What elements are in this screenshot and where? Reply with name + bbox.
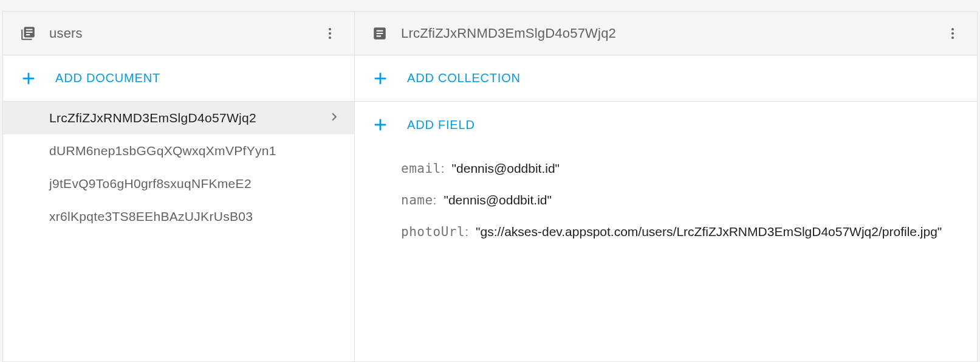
collection-header: users: [3, 12, 354, 55]
document-id: j9tEvQ9To6gH0grf8sxuqNFKmeE2: [49, 176, 342, 191]
document-menu-button[interactable]: [941, 21, 965, 46]
add-collection-label: ADD COLLECTION: [407, 71, 521, 85]
svg-point-1: [329, 32, 331, 35]
add-field-label: ADD FIELD: [407, 118, 475, 132]
plus-icon: [372, 70, 389, 87]
chevron-right-icon: [326, 109, 342, 128]
document-title: LrcZfiZJxRNMD3EmSlgD4o57Wjq2: [401, 26, 941, 41]
field-row[interactable]: name:"dennis@oddbit.id": [355, 184, 977, 216]
svg-point-6: [951, 32, 954, 35]
document-id: LrcZfiZJxRNMD3EmSlgD4o57Wjq2: [49, 111, 326, 125]
add-field-button[interactable]: ADD FIELD: [355, 102, 977, 148]
field-row[interactable]: photoUrl:"gs://akses-dev.appspot.com/use…: [355, 216, 977, 248]
svg-point-7: [951, 37, 954, 39]
svg-point-5: [951, 28, 954, 30]
plus-icon: [20, 70, 37, 87]
add-document-label: ADD DOCUMENT: [55, 71, 160, 85]
field-key: photoUrl: [401, 225, 465, 239]
collection-title: users: [49, 26, 318, 41]
document-list-item[interactable]: j9tEvQ9To6gH0grf8sxuqNFKmeE2: [3, 167, 354, 200]
field-value: "gs://akses-dev.appspot.com/users/LrcZfi…: [476, 225, 962, 239]
field-colon: :: [441, 161, 445, 176]
more-vert-icon: [945, 26, 960, 41]
plus-icon: [372, 116, 389, 133]
field-colon: :: [433, 193, 437, 207]
document-icon: [372, 26, 388, 41]
collection-menu-button[interactable]: [318, 21, 342, 46]
document-list-item[interactable]: LrcZfiZJxRNMD3EmSlgD4o57Wjq2: [3, 102, 354, 134]
svg-point-2: [329, 37, 331, 39]
collection-icon: [20, 26, 36, 41]
document-id: dURM6nep1sbGGqXQwxqXmVPfYyn1: [49, 144, 342, 158]
add-collection-button[interactable]: ADD COLLECTION: [355, 55, 977, 102]
field-key: name: [401, 193, 433, 207]
document-list-item[interactable]: xr6lKpqte3TS8EEhBAzUJKrUsB03: [3, 200, 354, 233]
firestore-data-viewer: users ADD DOCUMENT LrcZfiZJxRNMD3EmSlgD4…: [0, 0, 980, 362]
field-row[interactable]: email:"dennis@oddbit.id": [355, 153, 977, 184]
field-value: "dennis@oddbit.id": [452, 161, 938, 176]
document-header: LrcZfiZJxRNMD3EmSlgD4o57Wjq2: [355, 12, 977, 55]
field-colon: :: [465, 225, 468, 239]
more-vert-icon: [323, 26, 337, 41]
svg-point-0: [329, 28, 331, 30]
collection-panel: users ADD DOCUMENT LrcZfiZJxRNMD3EmSlgD4…: [2, 11, 355, 362]
field-value: "dennis@oddbit.id": [444, 193, 930, 207]
fields-list: email:"dennis@oddbit.id"name:"dennis@odd…: [355, 148, 977, 248]
document-panel: LrcZfiZJxRNMD3EmSlgD4o57Wjq2 ADD COLLECT…: [355, 11, 978, 362]
document-list-item[interactable]: dURM6nep1sbGGqXQwxqXmVPfYyn1: [3, 134, 354, 167]
document-id: xr6lKpqte3TS8EEhBAzUJKrUsB03: [49, 209, 342, 224]
document-list: LrcZfiZJxRNMD3EmSlgD4o57Wjq2dURM6nep1sbG…: [3, 102, 354, 361]
field-key: email: [401, 161, 441, 176]
add-document-button[interactable]: ADD DOCUMENT: [3, 55, 354, 102]
